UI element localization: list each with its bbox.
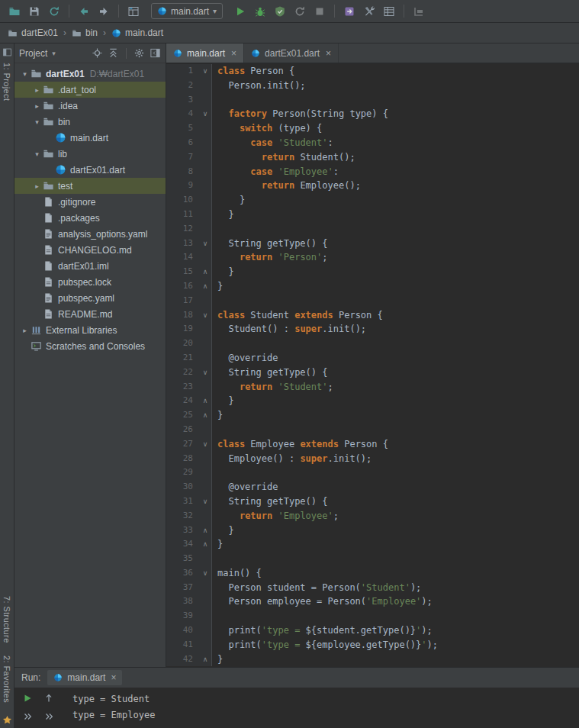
fold-marker[interactable]: ∧ bbox=[199, 652, 211, 667]
tree-item-analysis-options-yaml[interactable]: analysis_options.yaml bbox=[14, 226, 166, 242]
chevron-expanded-icon[interactable]: ▾ bbox=[19, 70, 31, 78]
code-text[interactable]: } bbox=[212, 208, 234, 222]
chevrons-icon[interactable] bbox=[18, 708, 37, 725]
tree-item-lib[interactable]: ▾lib bbox=[14, 146, 166, 162]
code-text[interactable]: Person.init(); bbox=[212, 79, 306, 93]
gutter[interactable]: 20 bbox=[166, 337, 212, 351]
chevron-collapsed-icon[interactable]: ▸ bbox=[31, 102, 43, 110]
gutter[interactable]: 41 bbox=[166, 638, 212, 652]
rerun-button[interactable] bbox=[290, 2, 310, 21]
code-text[interactable] bbox=[212, 609, 217, 623]
tab-dartex01-dart[interactable]: dartEx01.dart× bbox=[244, 43, 339, 63]
chevron-collapsed-icon[interactable]: ▸ bbox=[31, 86, 43, 94]
code-text[interactable]: } bbox=[212, 265, 234, 279]
gutter[interactable]: 40 bbox=[166, 623, 212, 638]
gutter[interactable]: 10 bbox=[166, 193, 212, 208]
layout-button[interactable] bbox=[409, 2, 429, 21]
fold-marker[interactable]: ∨ bbox=[199, 437, 211, 452]
run-tab-main-dart[interactable]: main.dart × bbox=[47, 670, 122, 685]
debug-button[interactable] bbox=[250, 2, 270, 21]
code-text[interactable]: } bbox=[212, 523, 234, 538]
gutter[interactable]: 14 bbox=[166, 250, 212, 265]
gutter[interactable]: 34∧ bbox=[166, 537, 212, 552]
gutter[interactable]: 31∨ bbox=[166, 494, 212, 509]
code-text[interactable]: return 'Student'; bbox=[212, 380, 333, 395]
chevrons-icon[interactable] bbox=[40, 708, 58, 725]
breadcrumb-item-bin[interactable]: bin bbox=[72, 27, 98, 38]
chevron-expanded-icon[interactable]: ▾ bbox=[31, 118, 43, 126]
code-text[interactable] bbox=[212, 552, 217, 566]
code-text[interactable]: Student() : super.init(); bbox=[212, 322, 366, 337]
open-icon[interactable] bbox=[5, 2, 24, 21]
code-text[interactable]: Person student = Person('Student'); bbox=[212, 581, 421, 595]
chevron-collapsed-icon[interactable]: ▸ bbox=[31, 182, 43, 190]
star-icon[interactable] bbox=[2, 715, 12, 725]
gutter[interactable]: 17 bbox=[166, 294, 212, 308]
code-text[interactable] bbox=[212, 337, 217, 351]
project-panel-title[interactable]: Project bbox=[19, 48, 47, 59]
tree-item-readme-md[interactable]: README.md bbox=[14, 306, 166, 322]
tree-item-scratches-and-consoles[interactable]: Scratches and Consoles bbox=[14, 338, 166, 354]
chevron-expanded-icon[interactable]: ▾ bbox=[31, 150, 43, 158]
code-text[interactable]: return 'Employee'; bbox=[212, 509, 339, 523]
build-icon[interactable] bbox=[124, 2, 143, 21]
tool-button-favorites[interactable]: 2: Favorites bbox=[2, 656, 11, 703]
up-icon[interactable] bbox=[40, 690, 58, 707]
tree-item-pubspec-lock[interactable]: pubspec.lock bbox=[14, 274, 166, 290]
fold-marker[interactable]: ∧ bbox=[199, 265, 211, 279]
hide-icon[interactable] bbox=[150, 47, 161, 59]
code-text[interactable]: String getType() { bbox=[212, 237, 328, 251]
chevron-collapsed-icon[interactable]: ▸ bbox=[19, 327, 31, 334]
code-text[interactable]: case 'Student': bbox=[212, 136, 333, 150]
sync-icon[interactable] bbox=[44, 2, 64, 21]
gutter[interactable]: 1∨ bbox=[166, 64, 212, 79]
tab-main-dart[interactable]: main.dart× bbox=[166, 43, 244, 63]
code-text[interactable]: switch (type) { bbox=[212, 121, 322, 136]
gutter[interactable]: 6 bbox=[166, 136, 212, 150]
tree-item-main-dart[interactable]: main.dart bbox=[14, 130, 166, 146]
gutter[interactable]: 9 bbox=[166, 179, 212, 193]
gutter[interactable]: 39 bbox=[166, 609, 212, 623]
locate-icon[interactable] bbox=[92, 47, 103, 59]
tool-button-project[interactable]: 1: Project bbox=[2, 63, 11, 101]
gutter[interactable]: 4∨ bbox=[166, 107, 212, 121]
coverage-button[interactable] bbox=[270, 2, 290, 21]
fold-marker[interactable]: ∧ bbox=[199, 537, 211, 552]
rerun-run-icon[interactable] bbox=[18, 690, 37, 707]
code-text[interactable]: return Student(); bbox=[212, 150, 355, 165]
run-config-select[interactable]: main.dart ▾ bbox=[151, 3, 223, 19]
code-text[interactable] bbox=[212, 294, 217, 308]
gutter[interactable]: 35 bbox=[166, 552, 212, 566]
code-text[interactable]: @override bbox=[212, 351, 278, 366]
close-icon[interactable]: × bbox=[111, 672, 116, 683]
gear-icon[interactable] bbox=[133, 47, 145, 59]
fold-marker[interactable]: ∨ bbox=[199, 107, 211, 121]
gutter[interactable]: 27∨ bbox=[166, 437, 212, 452]
gutter[interactable]: 8 bbox=[166, 165, 212, 179]
fold-marker[interactable]: ∧ bbox=[199, 523, 211, 538]
gutter[interactable]: 29 bbox=[166, 465, 212, 480]
code-text[interactable]: factory Person(String type) { bbox=[212, 107, 388, 121]
gutter[interactable]: 7 bbox=[166, 150, 212, 165]
code-text[interactable]: @override bbox=[212, 480, 278, 494]
gutter[interactable]: 25∧ bbox=[166, 408, 212, 423]
gutter[interactable]: 26 bbox=[166, 423, 212, 437]
close-icon[interactable]: × bbox=[326, 48, 331, 59]
gutter[interactable]: 22∨ bbox=[166, 366, 212, 380]
structure-button[interactable] bbox=[379, 2, 399, 21]
fold-marker[interactable]: ∧ bbox=[199, 408, 211, 423]
gutter[interactable]: 28 bbox=[166, 452, 212, 466]
code-text[interactable]: case 'Employee': bbox=[212, 165, 339, 179]
code-text[interactable]: print('type = ${employee.getType()}'); bbox=[212, 638, 438, 652]
gutter[interactable]: 30 bbox=[166, 480, 212, 494]
back-icon[interactable] bbox=[74, 2, 94, 21]
gutter[interactable]: 2 bbox=[166, 79, 212, 93]
gutter[interactable]: 21 bbox=[166, 351, 212, 366]
gutter[interactable]: 36∨ bbox=[166, 566, 212, 581]
code-text[interactable]: return 'Person'; bbox=[212, 250, 328, 265]
breadcrumb-item-main-dart[interactable]: main.dart bbox=[111, 27, 163, 38]
code-text[interactable]: return Employee(); bbox=[212, 179, 361, 193]
gutter[interactable]: 42∧ bbox=[166, 652, 212, 667]
gutter[interactable]: 5 bbox=[166, 121, 212, 136]
tree-item-gitignore[interactable]: .gitignore bbox=[14, 194, 166, 210]
